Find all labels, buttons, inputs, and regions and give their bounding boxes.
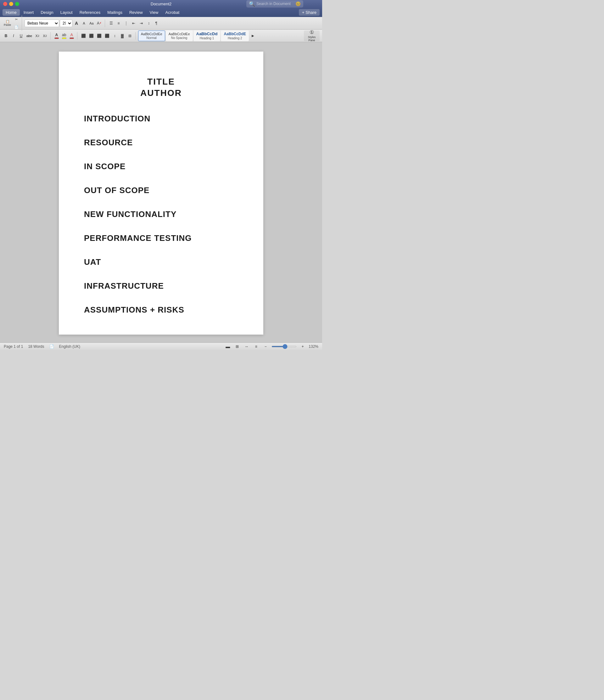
title-bar: Document2 🔍 😊: [0, 0, 322, 7]
document-title-block: TITLE: [84, 77, 238, 87]
style-h2-label: Heading 2: [228, 36, 242, 40]
clear-formatting-button[interactable]: A✗: [96, 20, 103, 27]
style-presets-group: AaBbCcDdEe Normal AaBbCcDdEe No Spacing …: [138, 30, 257, 41]
view-page-button[interactable]: ▬: [224, 343, 231, 350]
window-controls: [3, 2, 19, 6]
paste-icon: 📋: [6, 20, 9, 23]
subscript-button[interactable]: X2: [34, 32, 41, 40]
view-multipage-button[interactable]: ⊞: [234, 343, 241, 350]
zoom-slider[interactable]: [271, 346, 297, 347]
underline-button[interactable]: U: [18, 32, 25, 40]
list-group: ☰ ≡ ⋮ ⇤ ⇥ ↕ ¶: [107, 20, 162, 27]
heading-3: OUT OF SCOPE: [84, 185, 238, 195]
more-styles-button[interactable]: ▶: [249, 32, 257, 40]
window-title: Document2: [151, 2, 171, 6]
menu-review[interactable]: Review: [126, 9, 146, 16]
font-size-select[interactable]: 29: [60, 20, 72, 27]
document-page[interactable]: TITLE AUTHOR INTRODUCTIONRESOURCEIN SCOP…: [59, 52, 263, 334]
heading-8: ASSUMPTIONS + RISKS: [84, 305, 238, 315]
menu-acrobat[interactable]: Acrobat: [162, 9, 183, 16]
italic-button[interactable]: I: [10, 32, 17, 40]
text-format-group: B I U abc X2 X2: [2, 32, 51, 40]
font-color-button[interactable]: A: [68, 32, 75, 40]
style-normal[interactable]: AaBbCcDdEe Normal: [138, 30, 165, 41]
superscript-button[interactable]: X2: [42, 32, 48, 40]
maximize-dot[interactable]: [15, 2, 19, 6]
align-right-button[interactable]: ⬛: [96, 32, 103, 40]
color-group: A ab A: [53, 32, 77, 40]
zoom-out-button[interactable]: −: [262, 343, 269, 350]
main-area: TITLE AUTHOR INTRODUCTIONRESOURCEIN SCOP…: [0, 42, 322, 343]
highlight-color-button[interactable]: ab: [61, 32, 68, 40]
alignment-group: ⬛ ⬛ ⬛ ⬛ ↕ ▓ ⊞: [80, 32, 136, 40]
close-dot[interactable]: [3, 2, 7, 6]
menu-references[interactable]: References: [76, 9, 103, 16]
menu-view[interactable]: View: [147, 9, 162, 16]
headings-container: INTRODUCTIONRESOURCEIN SCOPEOUT OF SCOPE…: [84, 114, 238, 315]
search-input[interactable]: [257, 2, 294, 6]
menu-design[interactable]: Design: [38, 9, 56, 16]
language-info: English (UK): [59, 344, 80, 349]
change-case-button[interactable]: Aa: [88, 20, 95, 27]
zoom-in-button[interactable]: +: [299, 343, 306, 350]
menu-insert[interactable]: Insert: [20, 9, 37, 16]
line-spacing-button[interactable]: ↕: [111, 32, 118, 40]
share-button[interactable]: + Share: [299, 9, 320, 16]
styles-pane-label: StylesPane: [308, 36, 316, 42]
title-search-bar[interactable]: 🔍 😊: [246, 0, 303, 7]
indent-decrease-button[interactable]: ⇤: [130, 20, 137, 27]
numbered-list-button[interactable]: ≡: [115, 20, 122, 27]
style-heading2[interactable]: AaBbCcDdE Heading 2: [221, 30, 249, 41]
paste-button[interactable]: 📋 Paste: [2, 20, 12, 27]
heading-0: INTRODUCTION: [84, 114, 238, 124]
copy-button[interactable]: 📄: [13, 23, 20, 31]
indent-increase-button[interactable]: ⇥: [138, 20, 145, 27]
heading-1: RESOURCE: [84, 138, 238, 148]
status-bar: Page 1 of 1 18 Words 📄 English (UK) ▬ ⊞ …: [0, 343, 322, 350]
heading-7: INFRASTRUCTURE: [84, 281, 238, 291]
style-heading1[interactable]: AaBbCcDd Heading 1: [193, 30, 220, 41]
font-grow-button[interactable]: A: [73, 20, 80, 27]
minimize-dot[interactable]: [9, 2, 13, 6]
menu-home[interactable]: Home: [2, 9, 20, 16]
menu-layout[interactable]: Layout: [57, 9, 76, 16]
sort-button[interactable]: ↕: [145, 20, 152, 27]
style-h1-label: Heading 1: [200, 36, 214, 40]
view-align-button[interactable]: ≡: [252, 343, 260, 350]
multilevel-list-button[interactable]: ⋮: [123, 20, 129, 27]
text-color-button[interactable]: A: [53, 32, 60, 40]
bold-button[interactable]: B: [2, 32, 9, 40]
align-center-button[interactable]: ⬛: [88, 32, 95, 40]
heading-5: PERFORMANCE TESTING: [84, 233, 238, 243]
style-normal-preview: AaBbCcDdEe: [141, 32, 162, 36]
style-no-spacing[interactable]: AaBbCcDdEe No Spacing: [166, 30, 193, 41]
word-count: 18 Words: [28, 344, 44, 349]
style-normal-label: Normal: [147, 36, 157, 40]
align-justify-button[interactable]: ⬛: [103, 32, 111, 40]
zoom-level: 132%: [309, 344, 318, 349]
page-info: Page 1 of 1: [4, 344, 23, 349]
strikethrough-button[interactable]: abc: [25, 32, 33, 40]
style-h1-preview: AaBbCcDd: [196, 31, 218, 36]
style-nospace-label: No Spacing: [171, 36, 188, 40]
clipboard-group: 📋 Paste ✂ 📄: [2, 16, 22, 31]
status-right: ▬ ⊞ ↔ ≡ − + 132%: [224, 343, 318, 350]
font-shrink-button[interactable]: A: [80, 20, 88, 27]
view-width-button[interactable]: ↔: [243, 343, 250, 350]
styles-pane-button[interactable]: ① StylesPane: [304, 30, 320, 41]
show-marks-button[interactable]: ¶: [153, 20, 160, 27]
toolbar-row2: B I U abc X2 X2 A ab A ⬛ ⬛ ⬛ ⬛ ↕ ▓ ⊞ AaB…: [0, 29, 322, 42]
font-family-select[interactable]: Bebas Neue: [25, 20, 59, 27]
style-nospace-preview: AaBbCcDdEe: [169, 32, 190, 36]
heading-2: IN SCOPE: [84, 161, 238, 171]
document-area[interactable]: TITLE AUTHOR INTRODUCTIONRESOURCEIN SCOP…: [0, 42, 322, 343]
style-h2-preview: AaBbCcDdE: [224, 32, 246, 36]
borders-button[interactable]: ⊞: [126, 32, 134, 40]
highlight-color-swatch: [62, 38, 66, 39]
document-author: AUTHOR: [84, 88, 238, 98]
cut-button[interactable]: ✂: [13, 16, 20, 23]
menu-mailings[interactable]: Mailings: [104, 9, 125, 16]
align-left-button[interactable]: ⬛: [80, 32, 87, 40]
shading-button[interactable]: ▓: [119, 32, 126, 40]
bullet-list-button[interactable]: ☰: [107, 20, 115, 27]
